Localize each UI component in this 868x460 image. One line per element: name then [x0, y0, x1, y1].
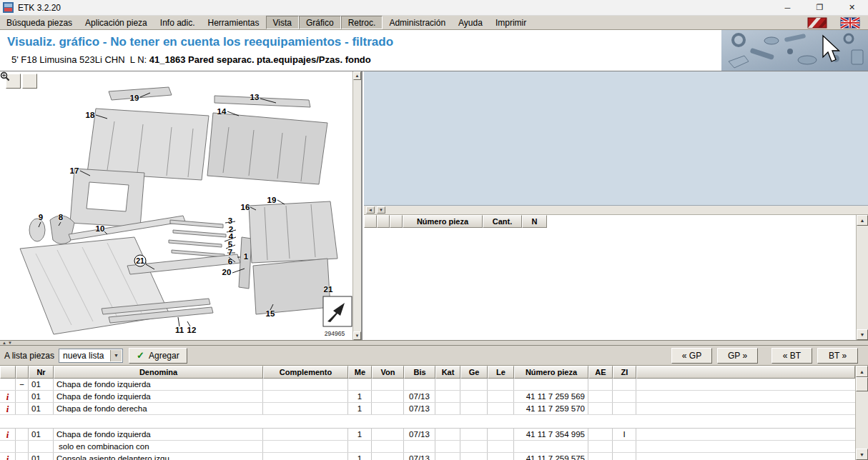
language-flag-icon[interactable]: [839, 17, 861, 29]
selection-scrollbar[interactable]: ▲ ▼: [856, 215, 868, 340]
diagram-callout-1[interactable]: 1: [244, 253, 248, 261]
menu-item-aplicacion-pieza[interactable]: Aplicación pieza: [79, 16, 154, 29]
diagram-callout-19[interactable]: 19: [267, 196, 277, 205]
diagram-callout-15[interactable]: 15: [266, 310, 275, 319]
table-row[interactable]: i01Consola asiento delantero izqu107/134…: [0, 453, 855, 460]
diagram-callout-12[interactable]: 12: [187, 326, 197, 335]
diagram-callout-6[interactable]: 6: [228, 258, 232, 266]
list-select[interactable]: nueva lista ▼: [59, 349, 123, 363]
table-row[interactable]: −01Chapa de fondo izquierda: [0, 379, 855, 391]
table-row[interactable]: i01Chapa de fondo izquierda107/1341 11 7…: [0, 429, 855, 441]
zoom-out-button[interactable]: [22, 74, 37, 89]
parts-diagram[interactable]: 1913181417981016193245716202115111221294…: [0, 71, 354, 340]
diagram-callout-17[interactable]: 17: [70, 167, 79, 176]
collapse-down-icon[interactable]: ▼: [377, 206, 385, 214]
info-icon[interactable]: i: [6, 392, 9, 401]
parts-table-scrollbar[interactable]: ▲ ▼: [855, 366, 868, 460]
diagram-callout-20[interactable]: 20: [222, 269, 232, 277]
cell-tree: −: [16, 379, 29, 390]
menu-item-info-adic[interactable]: Info adic.: [154, 16, 202, 29]
collapse-left-icon[interactable]: ◄: [366, 206, 375, 214]
diagram-callout-9[interactable]: 9: [39, 214, 43, 222]
selection-col-n[interactable]: N: [522, 215, 547, 228]
parts-col-me[interactable]: Me: [348, 366, 372, 379]
cell-numero: [514, 379, 588, 390]
selection-col-numero-pieza[interactable]: Número pieza: [403, 215, 483, 228]
parts-col-zi[interactable]: ZI: [613, 366, 636, 379]
parts-col-le[interactable]: Le: [488, 366, 514, 379]
table-row[interactable]: i01Chapa de fondo derecha107/1341 11 7 2…: [0, 403, 855, 415]
diagram-callout-21[interactable]: 21: [134, 255, 147, 267]
gp-next-button[interactable]: GP »: [717, 348, 758, 364]
selection-col-cant[interactable]: Cant.: [483, 215, 522, 228]
info-icon[interactable]: i: [6, 404, 9, 414]
diagram-callout-11[interactable]: 11: [175, 326, 184, 335]
bt-next-button[interactable]: BT »: [817, 348, 858, 364]
table-row[interactable]: solo en combinacion con: [0, 441, 855, 453]
menu-item-herramientas[interactable]: Herramientas: [202, 16, 266, 29]
cell-kat: [435, 441, 460, 452]
diagram-callout-10[interactable]: 10: [96, 225, 105, 234]
scroll-up-icon[interactable]: ▲: [353, 71, 361, 80]
diagram-callout-3[interactable]: 3: [228, 217, 232, 226]
parts-col-numero-pieza[interactable]: Número pieza: [514, 366, 588, 379]
cell-numero: 41 11 7 259 569: [514, 391, 588, 402]
parts-col-ae[interactable]: AE: [588, 366, 613, 379]
chevron-down-icon[interactable]: ▼: [110, 350, 122, 361]
selection-splitter[interactable]: ◄ ▼: [364, 206, 868, 215]
graphic-scrollbar[interactable]: ▲ ▼: [352, 71, 361, 340]
info-icon[interactable]: i: [6, 430, 9, 439]
alert-brand-icon[interactable]: [807, 17, 828, 29]
gp-prev-button[interactable]: « GP: [671, 348, 712, 364]
restore-button[interactable]: ❐: [804, 0, 836, 15]
parts-col-von[interactable]: Von: [372, 366, 404, 379]
selection-col-blank-2[interactable]: [390, 215, 403, 228]
parts-col-nr[interactable]: Nr: [29, 366, 54, 379]
add-button[interactable]: ✓ Agregar: [129, 348, 187, 364]
menu-item-administracion[interactable]: Administración: [383, 16, 452, 29]
menu-item-retroc[interactable]: Retroc.: [341, 16, 383, 29]
parts-col-kat[interactable]: Kat: [435, 366, 460, 379]
parts-col-blank-1[interactable]: [16, 366, 29, 379]
diagram-callout-16[interactable]: 16: [241, 204, 250, 212]
parts-col-blank-0[interactable]: [0, 366, 16, 379]
scroll-up-icon[interactable]: ▲: [856, 366, 868, 377]
parts-col-blank-14[interactable]: [636, 366, 855, 379]
selection-col-blank-1[interactable]: [377, 215, 390, 228]
parts-col-complemento[interactable]: Complemento: [263, 366, 348, 379]
menu-item-grafico[interactable]: Gráfico: [299, 16, 341, 29]
diagram-callout-14[interactable]: 14: [217, 108, 227, 116]
menu-item-busqueda-piezas[interactable]: Búsqueda piezas: [0, 16, 79, 29]
parts-col-ge[interactable]: Ge: [460, 366, 488, 379]
menu-item-imprimir[interactable]: Imprimir: [489, 16, 533, 29]
parts-col-bis[interactable]: Bis: [404, 366, 435, 379]
info-icon[interactable]: i: [6, 454, 9, 460]
splitter-up-icon[interactable]: ▲: [2, 341, 6, 345]
diagram-callout-18[interactable]: 18: [86, 111, 95, 120]
selection-table-body[interactable]: [364, 228, 856, 340]
menu-item-vista[interactable]: Vista: [266, 16, 299, 29]
bt-prev-button[interactable]: « BT: [771, 348, 812, 364]
cell-numero: [514, 441, 588, 452]
diagram-callout-21[interactable]: 21: [324, 286, 333, 294]
diagram-callout-13[interactable]: 13: [250, 94, 260, 102]
selection-col-blank-0[interactable]: [364, 215, 377, 228]
menu-item-ayuda[interactable]: Ayuda: [452, 16, 489, 29]
scroll-thumb[interactable]: [856, 377, 868, 391]
minimize-button[interactable]: ─: [771, 0, 804, 15]
splitter-down-icon[interactable]: ▼: [8, 341, 12, 345]
scroll-down-icon[interactable]: ▼: [856, 449, 868, 460]
parts-col-denomina[interactable]: Denomina: [54, 366, 263, 379]
diagram-callout-7[interactable]: 7: [228, 249, 232, 257]
scroll-down-icon[interactable]: ▼: [353, 331, 361, 340]
scroll-up-icon[interactable]: ▲: [857, 215, 868, 226]
cell-denomina: Chapa de fondo izquierda: [54, 379, 263, 390]
diagram-callout-19[interactable]: 19: [130, 94, 139, 103]
cell-tree: [16, 441, 29, 452]
selection-panel: ◄ ▼ Número piezaCant.N ▲ ▼: [364, 71, 868, 340]
close-button[interactable]: ✕: [836, 0, 868, 15]
table-row[interactable]: i01Chapa de fondo izquierda107/1341 11 7…: [0, 391, 855, 403]
scroll-down-icon[interactable]: ▼: [857, 329, 868, 340]
horizontal-splitter[interactable]: ▲ ▼: [0, 340, 868, 346]
diagram-callout-8[interactable]: 8: [59, 214, 63, 222]
